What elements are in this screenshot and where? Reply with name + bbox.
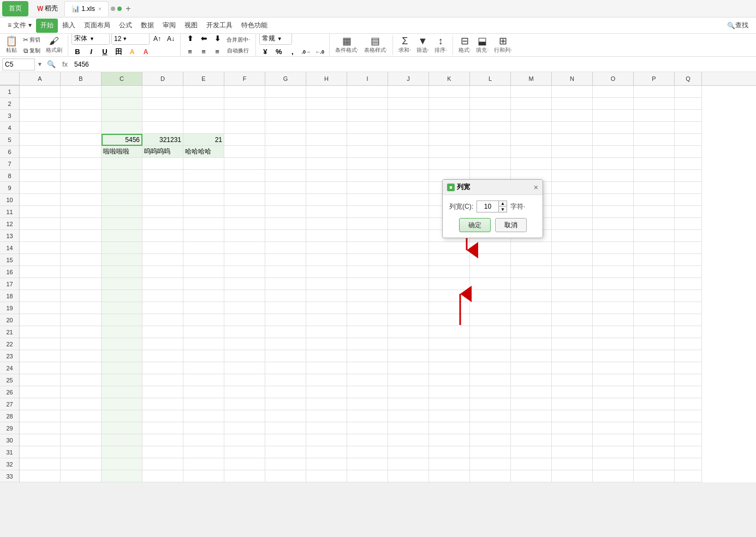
row-header-8[interactable]: 8 (0, 170, 20, 182)
cell-O14[interactable] (593, 242, 634, 254)
cell-D6[interactable]: 呜呜呜呜 (142, 146, 183, 158)
cell-J18[interactable] (388, 290, 429, 302)
dialog-cancel-button[interactable]: 取消 (495, 218, 527, 232)
cell-E16[interactable] (183, 266, 224, 278)
cell-M14[interactable] (511, 242, 552, 254)
cell-F5[interactable] (224, 134, 265, 146)
cell-A18[interactable] (20, 290, 61, 302)
cell-L16[interactable] (470, 266, 511, 278)
cell-G6[interactable] (265, 146, 306, 158)
table-style-button[interactable]: ▤ 表格样式· (362, 36, 390, 55)
thousands-button[interactable]: , (287, 46, 299, 57)
fill-color-button[interactable]: A (126, 46, 138, 57)
cell-L28[interactable] (470, 410, 511, 422)
cell-M1[interactable] (511, 86, 552, 98)
cell-A23[interactable] (20, 350, 61, 362)
cell-A25[interactable] (20, 374, 61, 386)
row-header-28[interactable]: 28 (0, 410, 20, 422)
cell-C22[interactable] (102, 338, 142, 350)
cell-J16[interactable] (388, 266, 429, 278)
cell-P18[interactable] (634, 290, 675, 302)
cell-J11[interactable] (388, 206, 429, 218)
cell-K22[interactable] (429, 338, 470, 350)
cell-I33[interactable] (347, 470, 388, 482)
cell-C27[interactable] (102, 398, 142, 410)
row-header-1[interactable]: 1 (0, 86, 20, 98)
cell-F21[interactable] (224, 326, 265, 338)
cell-J7[interactable] (388, 158, 429, 170)
cell-P9[interactable] (634, 182, 675, 194)
cell-O6[interactable] (593, 146, 634, 158)
cell-A11[interactable] (20, 206, 61, 218)
cell-G14[interactable] (265, 242, 306, 254)
cell-F29[interactable] (224, 422, 265, 434)
cell-G11[interactable] (265, 206, 306, 218)
cell-N5[interactable] (552, 134, 593, 146)
cell-G19[interactable] (265, 302, 306, 314)
cell-G32[interactable] (265, 458, 306, 470)
row-header-11[interactable]: 11 (0, 206, 20, 218)
cell-F22[interactable] (224, 338, 265, 350)
cell-D1[interactable] (142, 86, 183, 98)
cell-N12[interactable] (552, 218, 593, 230)
cell-H20[interactable] (306, 314, 347, 326)
cell-J23[interactable] (388, 350, 429, 362)
cell-K6[interactable] (429, 146, 470, 158)
cell-Q31[interactable] (675, 446, 702, 458)
cell-F9[interactable] (224, 182, 265, 194)
cell-L2[interactable] (470, 98, 511, 110)
cell-K18[interactable] (429, 290, 470, 302)
cell-C28[interactable] (102, 410, 142, 422)
tab-home[interactable]: 首页 (2, 1, 28, 16)
col-header-K[interactable]: K (429, 72, 470, 85)
cell-E22[interactable] (183, 338, 224, 350)
cell-ref-dropdown[interactable]: ▼ (37, 61, 43, 67)
cell-E8[interactable] (183, 170, 224, 182)
cell-Q15[interactable] (675, 254, 702, 266)
cell-G24[interactable] (265, 362, 306, 374)
cell-F14[interactable] (224, 242, 265, 254)
menu-search[interactable]: 🔍 查找 (723, 19, 753, 33)
cell-K20[interactable] (429, 314, 470, 326)
cell-N17[interactable] (552, 278, 593, 290)
tab-wps[interactable]: W 稻壳 (31, 1, 64, 16)
cell-O21[interactable] (593, 326, 634, 338)
cell-G1[interactable] (265, 86, 306, 98)
col-header-Q[interactable]: Q (675, 72, 702, 85)
cell-A26[interactable] (20, 386, 61, 398)
cell-N26[interactable] (552, 386, 593, 398)
cell-F11[interactable] (224, 206, 265, 218)
cut-button[interactable]: ✂ 剪切 (21, 35, 43, 45)
cell-L7[interactable] (470, 158, 511, 170)
cell-D33[interactable] (142, 470, 183, 482)
cell-A2[interactable] (20, 98, 61, 110)
cell-L32[interactable] (470, 458, 511, 470)
cell-Q4[interactable] (675, 122, 702, 134)
cell-J17[interactable] (388, 278, 429, 290)
cell-H24[interactable] (306, 362, 347, 374)
cell-N20[interactable] (552, 314, 593, 326)
cell-G7[interactable] (265, 158, 306, 170)
cell-E14[interactable] (183, 242, 224, 254)
cell-M19[interactable] (511, 302, 552, 314)
cell-L23[interactable] (470, 350, 511, 362)
cell-K29[interactable] (429, 422, 470, 434)
cell-B6[interactable] (61, 146, 102, 158)
cell-J26[interactable] (388, 386, 429, 398)
cell-Q12[interactable] (675, 218, 702, 230)
cell-K5[interactable] (429, 134, 470, 146)
cell-A22[interactable] (20, 338, 61, 350)
col-header-N[interactable]: N (552, 72, 593, 85)
cell-C5[interactable]: 5456 (102, 134, 142, 146)
cell-D30[interactable] (142, 434, 183, 446)
cell-D19[interactable] (142, 302, 183, 314)
cell-E28[interactable] (183, 410, 224, 422)
cell-H22[interactable] (306, 338, 347, 350)
cell-J32[interactable] (388, 458, 429, 470)
cell-F31[interactable] (224, 446, 265, 458)
cell-D9[interactable] (142, 182, 183, 194)
cell-J22[interactable] (388, 338, 429, 350)
cell-O13[interactable] (593, 230, 634, 242)
cell-G30[interactable] (265, 434, 306, 446)
row-header-12[interactable]: 12 (0, 218, 20, 230)
